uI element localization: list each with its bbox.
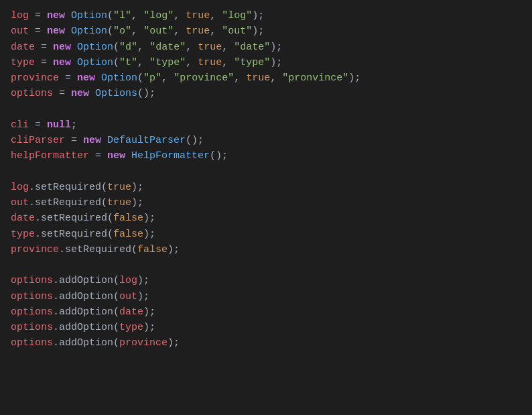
- code-token: log: [119, 275, 137, 286]
- code-token: ,: [137, 57, 149, 68]
- code-token: province: [11, 72, 59, 84]
- code-token: Option: [77, 57, 113, 68]
- code-token: .addOption(: [53, 322, 119, 333]
- code-token: [71, 57, 77, 68]
- code-token: (: [137, 72, 143, 84]
- code-token: );: [143, 322, 155, 333]
- code-token: =: [29, 10, 47, 21]
- code-token: ,: [131, 25, 143, 37]
- code-token: true: [107, 182, 131, 193]
- code-token: ,: [174, 25, 186, 37]
- code-token: );: [252, 10, 264, 21]
- code-line: date.setRequired(false);: [11, 211, 521, 226]
- code-token: "out": [222, 25, 252, 37]
- code-token: Option: [77, 42, 113, 53]
- code-token: Option: [101, 72, 137, 84]
- code-token: options: [11, 337, 53, 349]
- code-token: true: [198, 42, 222, 53]
- code-token: ();: [210, 150, 228, 162]
- code-token: "t": [119, 57, 137, 68]
- code-token: "log": [222, 10, 252, 21]
- code-token: "type": [234, 57, 270, 68]
- code-line: [11, 102, 521, 117]
- code-token: .setRequired(: [35, 229, 113, 240]
- code-token: );: [143, 229, 155, 240]
- code-token: );: [131, 197, 143, 209]
- code-token: [89, 88, 95, 99]
- code-token: log: [11, 10, 29, 21]
- code-token: out: [11, 25, 29, 37]
- code-token: new: [77, 72, 95, 84]
- code-token: "pronvince": [282, 72, 348, 84]
- code-token: "d": [119, 42, 137, 53]
- code-token: "province": [174, 72, 234, 84]
- code-line: helpFormatter = new HelpFormatter();: [11, 148, 521, 164]
- code-token: false: [113, 229, 143, 240]
- code-token: null: [47, 119, 71, 131]
- code-token: new: [53, 42, 71, 53]
- code-token: (: [113, 42, 119, 53]
- code-line: type = new Option("t", "type", true, "ty…: [11, 55, 521, 70]
- code-token: true: [198, 57, 222, 68]
- code-line: options.addOption(log);: [11, 273, 521, 288]
- code-line: options.addOption(province);: [11, 335, 521, 351]
- code-token: type: [11, 229, 35, 240]
- code-token: "p": [143, 72, 161, 84]
- code-token: ();: [186, 135, 204, 146]
- code-token: cliParser: [11, 135, 65, 146]
- code-token: );: [168, 244, 180, 255]
- code-token: new: [107, 150, 125, 162]
- code-token: .addOption(: [53, 275, 119, 286]
- code-token: (: [113, 57, 119, 68]
- code-token: new: [83, 135, 101, 146]
- code-token: true: [186, 10, 210, 21]
- code-token: );: [270, 42, 282, 53]
- code-token: cli: [11, 119, 29, 131]
- code-token: "type": [149, 57, 186, 68]
- code-token: [101, 135, 107, 146]
- code-token: ,: [210, 10, 222, 21]
- code-token: helpFormatter: [11, 150, 89, 162]
- code-token: =: [29, 119, 47, 131]
- code-line: options = new Options();: [11, 86, 521, 101]
- code-token: Option: [71, 25, 107, 37]
- code-token: =: [29, 25, 47, 37]
- code-token: false: [137, 244, 168, 255]
- code-token: new: [47, 25, 65, 37]
- code-token: =: [59, 72, 77, 84]
- code-token: true: [246, 72, 270, 84]
- code-token: );: [168, 337, 180, 349]
- code-token: Options: [95, 88, 137, 99]
- code-token: Option: [71, 10, 107, 21]
- code-token: ,: [210, 25, 222, 37]
- code-token: [95, 72, 101, 84]
- code-token: options: [11, 291, 53, 302]
- code-token: .addOption(: [53, 306, 119, 318]
- code-line: province = new Option("p", "province", t…: [11, 70, 521, 86]
- code-token: province: [11, 244, 59, 255]
- code-token: "date": [234, 42, 270, 53]
- code-token: );: [137, 291, 149, 302]
- code-token: ;: [71, 119, 77, 131]
- code-token: [65, 25, 71, 37]
- code-token: out: [11, 197, 29, 209]
- code-token: =: [35, 42, 53, 53]
- code-editor: log = new Option("l", "log", true, "log"…: [11, 8, 521, 351]
- code-token: ,: [131, 10, 143, 21]
- code-token: .setRequired(: [35, 213, 113, 224]
- code-token: province: [119, 337, 168, 349]
- code-token: ,: [137, 42, 149, 53]
- code-line: log.setRequired(true);: [11, 180, 521, 195]
- code-token: date: [11, 213, 35, 224]
- code-line: date = new Option("d", "date", true, "da…: [11, 40, 521, 55]
- code-token: options: [11, 275, 53, 286]
- code-token: DefaultParser: [107, 135, 186, 146]
- code-line: [11, 164, 521, 180]
- code-line: out = new Option("o", "out", true, "out"…: [11, 23, 521, 39]
- code-token: ,: [186, 57, 198, 68]
- code-line: out.setRequired(true);: [11, 195, 521, 211]
- code-token: new: [47, 10, 65, 21]
- code-token: true: [107, 197, 131, 209]
- code-token: );: [131, 182, 143, 193]
- code-line: province.setRequired(false);: [11, 242, 521, 257]
